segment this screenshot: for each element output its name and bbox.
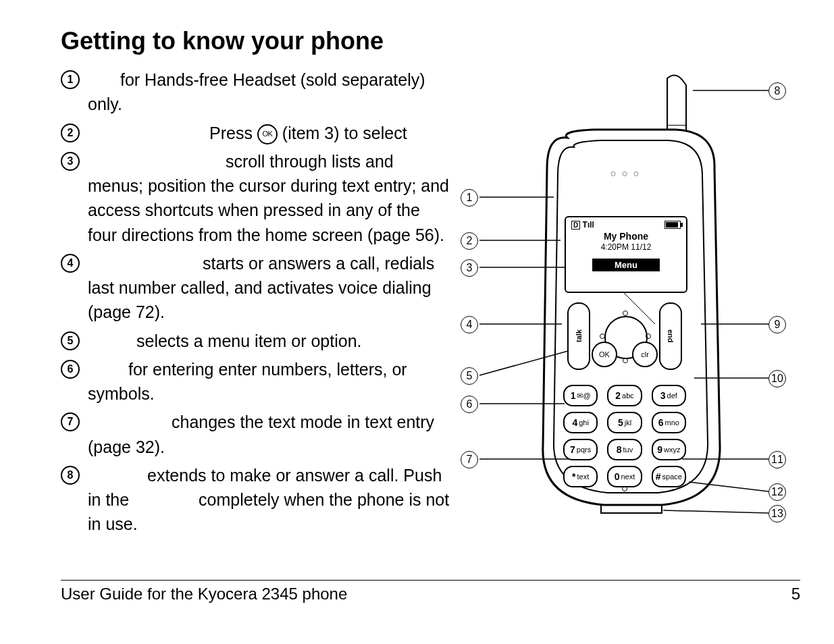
callout-10: 10 (768, 370, 786, 387)
feature-item: 3scroll through lists and menus; positio… (61, 149, 452, 247)
callout-11: 11 (768, 451, 786, 468)
svg-line-13 (663, 510, 768, 513)
feature-item: 4starts or answers a call, redials last … (61, 251, 452, 325)
callout-9: 9 (768, 316, 786, 333)
end-key: end (659, 302, 682, 370)
key-6: 6mno (652, 412, 686, 433)
item-text: for entering enter numbers, letters, or … (88, 360, 407, 403)
feature-item: 1for Hands-free Headset (sold separately… (61, 68, 452, 117)
page-footer: User Guide for the Kyocera 2345 phone 5 (61, 580, 800, 603)
item-number-badge: 7 (61, 412, 80, 431)
key-0: 0next (607, 466, 642, 487)
ok-icon: OK (257, 124, 278, 144)
callout-1: 1 (461, 189, 478, 207)
nav-cluster: talk end OK clr (567, 302, 682, 377)
nav-right-icon (646, 333, 651, 339)
phone-screen: D Tıll My Phone 4:20PM 11/12 Menu (565, 216, 687, 293)
feature-item: 7changes the text mode in text entry (pa… (61, 410, 452, 459)
key-3: 3def (652, 385, 686, 406)
callout-3: 3 (461, 259, 478, 277)
feature-item: 5selects a menu item or option. (61, 329, 452, 353)
key-4: 4ghi (563, 412, 598, 433)
key-7: 7pqrs (563, 439, 598, 460)
key-*: *text (563, 466, 598, 487)
key-8: 8tuv (607, 439, 642, 460)
item-text: changes the text mode in text entry (pag… (88, 412, 434, 456)
callout-6: 6 (461, 396, 478, 413)
screen-softkey-menu: Menu (592, 259, 660, 271)
item-number-badge: 8 (61, 466, 80, 485)
callout-7: 7 (461, 451, 478, 468)
talk-key: talk (567, 302, 590, 370)
item-text: for Hands-free Headset (sold separately)… (88, 70, 425, 113)
screen-title: My Phone (566, 231, 686, 242)
phone-diagram: 1 2 3 4 5 6 7 8 9 10 11 12 13 D Tıll (459, 68, 790, 554)
callout-5: 5 (461, 367, 478, 385)
item-text: starts or answers a call, redials last n… (88, 254, 434, 322)
nav-left-icon (600, 333, 605, 339)
speaker-icon (611, 171, 639, 176)
callout-2: 2 (461, 232, 478, 250)
item-number-badge: 2 (61, 124, 80, 142)
feature-item: 2Press OK (item 3) to select (61, 121, 452, 145)
signal-icon: D Tıll (571, 220, 594, 230)
nav-up-icon (623, 311, 628, 316)
key-1: 1✉@ (563, 385, 598, 406)
item-number-badge: 5 (61, 331, 80, 350)
keypad: 1✉@2abc3def4ghi5jkl6mno7pqrs8tuv9wxyz*te… (563, 385, 686, 487)
item-text: scroll through lists and menus; position… (88, 152, 449, 244)
feature-item: 6for entering enter numbers, letters, or… (61, 357, 452, 406)
footer-page-number: 5 (791, 585, 800, 603)
screen-time: 4:20PM 11/12 (566, 242, 686, 252)
page-title: Getting to know your phone (61, 27, 800, 55)
item-text: extends to make or answer a call. Push i… (88, 466, 449, 534)
key-2: 2abc (607, 385, 642, 406)
ok-key: OK (592, 342, 617, 367)
key-5: 5jkl (607, 412, 642, 433)
item-number-badge: 4 (61, 254, 80, 273)
callout-13: 13 (768, 505, 786, 522)
callout-4: 4 (461, 316, 478, 333)
item-number-badge: 3 (61, 152, 80, 171)
callout-12: 12 (768, 483, 786, 501)
mic-icon (622, 486, 627, 491)
footer-title: User Guide for the Kyocera 2345 phone (61, 585, 347, 603)
nav-down-icon (623, 358, 628, 363)
battery-icon (664, 221, 681, 229)
key-#: #space (652, 466, 686, 487)
feature-item: 8extends to make or answer a call. Push … (61, 463, 452, 537)
item-text: selects a menu item or option. (88, 331, 362, 350)
item-number-badge: 6 (61, 360, 80, 379)
clr-key: clr (632, 342, 658, 367)
key-9: 9wxyz (652, 439, 686, 460)
item-number-badge: 1 (61, 70, 80, 89)
callout-8: 8 (768, 82, 786, 100)
item-text: Press OK (item 3) to select (88, 124, 407, 142)
feature-list: 1for Hands-free Headset (sold separately… (61, 68, 452, 537)
